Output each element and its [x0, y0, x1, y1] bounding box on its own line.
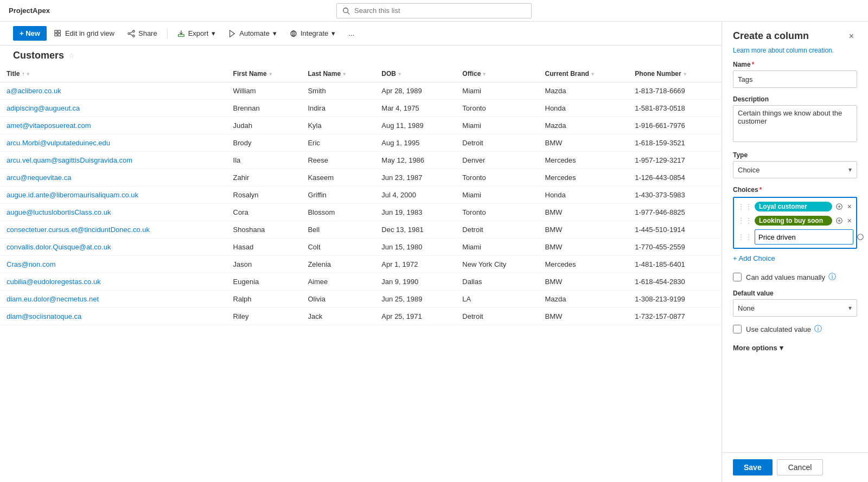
description-field-group: Description [733, 95, 857, 144]
col-office[interactable]: Office ▾ [456, 66, 538, 82]
cell-title[interactable]: consectetuer.cursus.et@tinciduntDonec.co… [0, 221, 227, 239]
svg-rect-3 [58, 30, 60, 32]
col-firstname[interactable]: First Name ▾ [227, 66, 302, 82]
choice-edit-btn-2[interactable] [834, 216, 844, 226]
table-header: Title ↑ ▾ First Name ▾ [0, 66, 722, 82]
col-title[interactable]: Title ↑ ▾ [0, 66, 227, 82]
can-add-manually-checkbox[interactable] [733, 273, 742, 281]
cell-currentBrand: Honda [539, 100, 629, 117]
type-select[interactable]: Choice Text Number Date Person Yes/No [733, 161, 857, 178]
description-textarea[interactable] [733, 105, 857, 142]
col-phone[interactable]: Phone Number ▾ [628, 66, 722, 82]
cell-lastName: Kaseem [301, 169, 375, 187]
favorite-icon[interactable]: ☆ [68, 52, 75, 60]
cell-firstName: Eugenia [227, 273, 302, 291]
automate-button[interactable]: Automate ▾ [223, 26, 282, 41]
cell-currentBrand: Mercedes [539, 169, 629, 187]
filter-lastname-icon[interactable]: ▾ [343, 71, 346, 77]
col-dob[interactable]: DOB ▾ [375, 66, 456, 82]
drag-handle-2[interactable]: ⋮⋮ [737, 216, 752, 225]
type-field-group: Type Choice Text Number Date Person Yes/… [733, 151, 857, 178]
new-choice-input[interactable] [755, 229, 853, 245]
svg-line-1 [348, 12, 350, 14]
cell-title[interactable]: Cras@non.com [0, 256, 227, 273]
cell-title[interactable]: augue.id.ante@liberomaurisaliquam.co.uk [0, 187, 227, 204]
add-choice-button[interactable]: + Add Choice [733, 252, 775, 265]
svg-point-7 [133, 35, 135, 37]
cell-title[interactable]: cubilia@eudoloregestas.co.uk [0, 273, 227, 291]
svg-marker-13 [230, 30, 235, 36]
can-add-info-icon[interactable]: ⓘ [828, 272, 836, 282]
app-name: ProjectApex [9, 7, 50, 15]
search-bar[interactable] [336, 3, 532, 18]
cell-phoneNumber: 1-770-455-2559 [628, 239, 722, 256]
cell-office: Toronto [456, 204, 538, 221]
cell-firstName: Jason [227, 256, 302, 273]
cell-lastName: Indira [301, 100, 375, 117]
svg-rect-11 [178, 34, 184, 36]
export-button[interactable]: Export ▾ [172, 26, 221, 41]
choice-edit-btn-1[interactable] [834, 202, 844, 211]
table-row: consectetuer.cursus.et@tinciduntDonec.co… [0, 221, 722, 239]
drag-handle-new[interactable]: ⋮⋮ [737, 233, 752, 241]
cell-firstName: Ralph [227, 291, 302, 308]
cell-office: Miami [456, 82, 538, 100]
can-add-manually-label[interactable]: Can add values manually ⓘ [746, 272, 836, 282]
integrate-button[interactable]: Integrate ▾ [284, 26, 341, 41]
cell-title[interactable]: arcu.Morbi@vulputateduinec.edu [0, 134, 227, 152]
cell-title[interactable]: convallis.dolor.Quisque@at.co.uk [0, 239, 227, 256]
name-label: Name * [733, 61, 857, 68]
cell-title[interactable]: augue@luctuslobortisClass.co.uk [0, 204, 227, 221]
drag-handle-1[interactable]: ⋮⋮ [737, 202, 752, 211]
col-brand[interactable]: Current Brand ▾ [539, 66, 629, 82]
more-options-button[interactable]: More options ▾ [733, 342, 783, 354]
new-button[interactable]: + New [13, 26, 47, 41]
cell-title[interactable]: arcu@nequevitae.ca [0, 169, 227, 187]
choice-color-btn-new[interactable] [856, 232, 865, 242]
cell-title[interactable]: a@aclibero.co.uk [0, 82, 227, 100]
cell-title[interactable]: diam@sociisnatoque.ca [0, 308, 227, 325]
cell-office: Toronto [456, 100, 538, 117]
filter-brand-icon[interactable]: ▾ [591, 71, 594, 77]
choice-remove-btn-1[interactable]: × [846, 201, 853, 212]
close-panel-button[interactable]: × [846, 30, 857, 42]
filter-office-icon[interactable]: ▾ [483, 71, 486, 77]
save-button[interactable]: Save [733, 459, 773, 475]
list-header: Customers ☆ [0, 46, 722, 66]
filter-dob-icon[interactable]: ▾ [398, 71, 401, 77]
list-title: Customers [13, 50, 64, 61]
default-value-select[interactable]: None [733, 299, 857, 317]
cancel-button[interactable]: Cancel [777, 459, 824, 475]
more-toolbar-button[interactable]: ... [343, 26, 360, 41]
cell-currentBrand: Mazda [539, 117, 629, 134]
cell-lastName: Colt [301, 239, 375, 256]
name-input[interactable] [733, 70, 857, 88]
use-calculated-checkbox[interactable] [733, 325, 742, 333]
cell-dob: Jun 25, 1989 [375, 291, 456, 308]
edit-grid-button[interactable]: Edit in grid view [49, 26, 120, 41]
svg-line-9 [130, 31, 132, 33]
table-row: a@aclibero.co.ukWilliamSmithApr 28, 1989… [0, 82, 722, 100]
cell-title[interactable]: amet@vitaeposuereat.com [0, 117, 227, 134]
filter-title-icon[interactable]: ▾ [27, 71, 29, 77]
cell-title[interactable]: diam.eu.dolor@necmetus.net [0, 291, 227, 308]
svg-rect-5 [58, 34, 60, 36]
choice-remove-btn-2[interactable]: × [846, 215, 853, 226]
table-container[interactable]: Title ↑ ▾ First Name ▾ [0, 66, 722, 482]
filter-firstname-icon[interactable]: ▾ [269, 71, 272, 77]
cell-currentBrand: Mazda [539, 291, 629, 308]
table-row: adipiscing@augueut.caBrennanIndiraMar 4,… [0, 100, 722, 117]
use-calculated-label[interactable]: Use calculated value ⓘ [746, 324, 822, 334]
cell-firstName: Rosalyn [227, 187, 302, 204]
share-button[interactable]: Share [122, 26, 163, 41]
calculated-info-icon[interactable]: ⓘ [814, 324, 822, 334]
learn-more-link[interactable]: Learn more about column creation. [722, 47, 868, 61]
search-input[interactable] [354, 7, 526, 15]
col-lastname[interactable]: Last Name ▾ [301, 66, 375, 82]
cell-title[interactable]: arcu.vel.quam@sagittisDuisgravida.com [0, 152, 227, 169]
color-icon-new [857, 233, 864, 241]
filter-phone-icon[interactable]: ▾ [684, 71, 686, 77]
automate-chevron: ▾ [273, 29, 277, 37]
cell-firstName: Cora [227, 204, 302, 221]
cell-title[interactable]: adipiscing@augueut.ca [0, 100, 227, 117]
